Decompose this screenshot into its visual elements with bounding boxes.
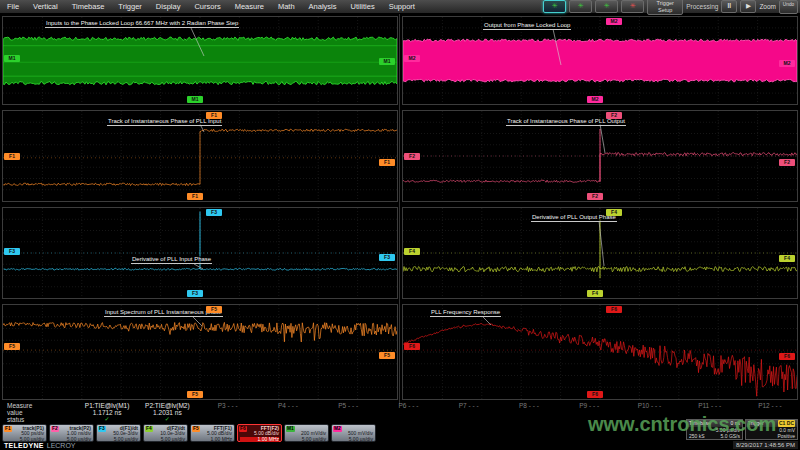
menu-item-analysis[interactable]: Analysis bbox=[302, 2, 344, 11]
brand-teledyne: TELEDYNE bbox=[4, 442, 44, 449]
pause-button[interactable]: II bbox=[721, 0, 737, 13]
zoom-label: Zoom bbox=[759, 3, 776, 10]
descriptor-tag: F6 bbox=[239, 426, 247, 432]
descriptor-line2: 5.00 µs/div bbox=[334, 437, 373, 442]
trace-label-f4-right[interactable]: F4 bbox=[779, 255, 795, 262]
trace-label-m1-left[interactable]: M1 bbox=[4, 55, 20, 62]
measure-value bbox=[499, 409, 559, 416]
measure-header[interactable]: P7 - - - bbox=[439, 402, 499, 409]
descriptor-tag: F5 bbox=[192, 426, 200, 432]
descriptor-f2[interactable]: F2track(P2)1.00 ns/div5.00 µs/div bbox=[49, 424, 94, 442]
menu-item-trigger[interactable]: Trigger bbox=[111, 2, 148, 11]
measure-header[interactable]: P9 - - - bbox=[559, 402, 619, 409]
trace-marker-f5-bottom: F5 bbox=[187, 391, 203, 398]
trace-label-f5-right[interactable]: F5 bbox=[379, 352, 395, 359]
menu-item-measure[interactable]: Measure bbox=[228, 2, 271, 11]
measure-status bbox=[378, 416, 438, 422]
measure-col-p8[interactable]: P8 - - - bbox=[499, 402, 559, 424]
measure-status bbox=[198, 416, 258, 422]
trace-label-f6-left[interactable]: F6 bbox=[404, 343, 420, 350]
processing-label: Processing bbox=[686, 3, 718, 10]
descriptor-line2: 5.00 µs/div bbox=[146, 437, 185, 442]
descriptor-line2: 1.00 MHz bbox=[193, 437, 232, 442]
measure-header[interactable]: P8 - - - bbox=[499, 402, 559, 409]
menu-item-utilities[interactable]: Utilities bbox=[344, 2, 382, 11]
annotation-pll-input: Inputs to the Phase Locked Loop 66.667 M… bbox=[45, 20, 239, 28]
waveform-m1 bbox=[3, 17, 397, 104]
menu-item-timebase[interactable]: Timebase bbox=[65, 2, 112, 11]
menu-item-cursors[interactable]: Cursors bbox=[187, 2, 227, 11]
annotation-input-phase-track: Track of Instantaneous Phase of PLL Inpu… bbox=[107, 118, 222, 126]
trace-label-f2-left[interactable]: F2 bbox=[404, 153, 420, 160]
descriptor-f3[interactable]: F3d(F1)/dt50.0e-3/div5.00 µs/div bbox=[96, 424, 141, 442]
trace-label-f4-left[interactable]: F4 bbox=[404, 248, 420, 255]
measure-header[interactable]: P3 - - - bbox=[198, 402, 258, 409]
trace-label-f6-right[interactable]: F6 bbox=[779, 353, 795, 360]
menu-item-file[interactable]: File bbox=[0, 2, 26, 11]
panel-input-phase-derivative: Derivative of PLL Input Phase F3 F3 F3 F… bbox=[2, 207, 398, 299]
app-icon-4[interactable]: ✳ bbox=[621, 0, 644, 13]
oscilloscope-screen: FileVerticalTimebaseTriggerDisplayCursor… bbox=[0, 0, 800, 450]
panel-frequency-response: PLL Frequency Response F6 F6 F6 F6 bbox=[402, 304, 798, 400]
waveform-f5 bbox=[3, 305, 397, 399]
trace-label-f1-left[interactable]: F1 bbox=[4, 153, 20, 160]
panel-output-phase-derivative: Derivative of PLL Output Phase F4 F4 F4 … bbox=[402, 207, 798, 299]
trigger-setup-button[interactable]: Trigger Setup bbox=[647, 0, 683, 15]
measure-header[interactable]: P6 - - - bbox=[378, 402, 438, 409]
trace-marker-f1-bottom: F1 bbox=[187, 193, 203, 200]
measure-header[interactable]: P10 - - - bbox=[619, 402, 679, 409]
trace-marker-f4-bottom: F4 bbox=[587, 290, 603, 297]
measure-header[interactable]: P4 - - - bbox=[258, 402, 318, 409]
trace-label-f2-right[interactable]: F2 bbox=[779, 159, 795, 166]
measure-header[interactable]: P2:TIE@lv(M2) bbox=[137, 402, 197, 409]
datetime-label: 8/29/2017 1:48:56 PM bbox=[733, 441, 798, 449]
measure-col-p5[interactable]: P5 - - - bbox=[318, 402, 378, 424]
trace-marker-f5-top: F5 bbox=[206, 306, 222, 313]
app-icon-2[interactable]: ✳ bbox=[569, 0, 592, 13]
descriptor-tag: M1 bbox=[286, 426, 295, 432]
trigger-slope: Positive bbox=[777, 433, 795, 439]
measure-col-p7[interactable]: P7 - - - bbox=[439, 402, 499, 424]
panel-pll-input-signal: Inputs to the Phase Locked Loop 66.667 M… bbox=[2, 16, 398, 105]
measure-header[interactable]: P12 - - - bbox=[740, 402, 800, 409]
app-icon-3[interactable]: ✳ bbox=[595, 0, 618, 13]
menu-item-support[interactable]: Support bbox=[382, 2, 422, 11]
measure-col-p3[interactable]: P3 - - - bbox=[198, 402, 258, 424]
descriptor-f5[interactable]: F5FFT(F1)5.00 dB/div1.00 MHz bbox=[190, 424, 235, 442]
measure-col-p4[interactable]: P4 - - - bbox=[258, 402, 318, 424]
toolbar-right: ✳ ✳ ✳ ✳ Trigger Setup Processing II ▶ Zo… bbox=[543, 0, 798, 13]
measure-header[interactable]: P1:TIE@lv(M1) bbox=[77, 402, 137, 409]
measure-col-p6[interactable]: P6 - - - bbox=[378, 402, 438, 424]
app-icon-active[interactable]: ✳ bbox=[543, 0, 566, 13]
measure-col-p2[interactable]: P2:TIE@lv(M2)1.2031 ns✓ bbox=[137, 402, 197, 424]
measure-value bbox=[258, 409, 318, 416]
undo-button[interactable]: Undo bbox=[779, 0, 798, 14]
trace-label-f3-right[interactable]: F3 bbox=[379, 254, 395, 261]
measure-row-label: Measure bbox=[7, 402, 77, 409]
descriptor-m2[interactable]: M2 500 mV/div5.00 µs/div bbox=[331, 424, 376, 442]
descriptor-f6[interactable]: F6FFT(F2)5.00 dB/div1.00 MHz bbox=[237, 424, 282, 442]
descriptor-m1[interactable]: M1 200 mV/div5.00 µs/div bbox=[284, 424, 329, 442]
menu-item-vertical[interactable]: Vertical bbox=[26, 2, 65, 11]
menu-item-math[interactable]: Math bbox=[271, 2, 302, 11]
panel-pll-output-signal: Output from Phase Locked Loop M2 M2 M2 M… bbox=[402, 16, 798, 105]
trace-label-m2-left[interactable]: M2 bbox=[404, 55, 420, 62]
descriptor-f1[interactable]: F1track(P1)500 ps/div5.00 µs/div bbox=[2, 424, 47, 442]
trace-label-m1-right[interactable]: M1 bbox=[379, 58, 395, 65]
measure-col-p1[interactable]: P1:TIE@lv(M1)1.1712 ns✓ bbox=[77, 402, 137, 424]
trace-marker-f3-top: F3 bbox=[206, 209, 222, 216]
trace-label-f1-right[interactable]: F1 bbox=[379, 159, 395, 166]
measure-header[interactable]: P5 - - - bbox=[318, 402, 378, 409]
trace-label-f3-left[interactable]: F3 bbox=[4, 248, 20, 255]
trace-label-m2-right[interactable]: M2 bbox=[779, 60, 795, 67]
play-button[interactable]: ▶ bbox=[740, 0, 756, 13]
menu-item-display[interactable]: Display bbox=[149, 2, 188, 11]
trace-marker-m2-top: M2 bbox=[606, 18, 622, 25]
measure-header[interactable]: P11 - - - bbox=[680, 402, 740, 409]
annotation-input-phase-derivative: Derivative of PLL Input Phase bbox=[131, 256, 212, 264]
descriptor-f4[interactable]: F4d(F2)/dt10.0e-3/div5.00 µs/div bbox=[143, 424, 188, 442]
trace-label-f5-left[interactable]: F5 bbox=[4, 343, 20, 350]
trace-marker-f2-bottom: F2 bbox=[587, 193, 603, 200]
watermark: www.cntronics.com bbox=[588, 413, 776, 436]
descriptor-line2: 5.00 µs/div bbox=[99, 437, 138, 442]
